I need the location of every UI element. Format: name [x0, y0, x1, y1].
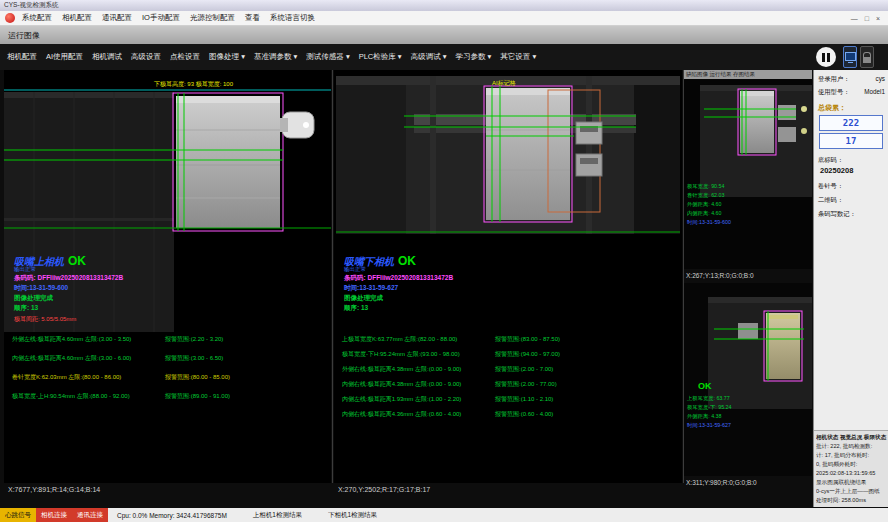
pause-icon	[827, 53, 830, 62]
menu-camera-config[interactable]: 相机配置	[62, 13, 92, 23]
total-count-display: 222	[819, 115, 883, 131]
process-status: 图像处理完成	[344, 294, 383, 303]
measurement-value: 内侧左线:极耳距离1.93mm 左限:(1.00 - 2.20)	[342, 396, 461, 402]
measurement-row: 极耳宽度-上H:90.54mm 左限:(88.00 - 92.00) 报警范围:…	[12, 392, 330, 402]
result-bottom-label: 下相机1检测结果	[328, 508, 377, 522]
result-ok-badge: OK	[68, 254, 86, 268]
alarm-range: 报警范围:(3.00 - 6.50)	[165, 354, 223, 363]
toolbar-spot-check[interactable]: 点检设置	[170, 52, 200, 62]
window-controls: — □ ×	[851, 15, 883, 22]
toolbar-baseline-params-menu[interactable]: 基准调参数 ▾	[254, 52, 297, 62]
barcode-text: 条码码: DFFliiw2025020813313472B	[14, 274, 123, 283]
toolbar-camera-debug[interactable]: 相机调试	[92, 52, 122, 62]
sequence-number: 顺序: 13	[344, 304, 368, 313]
side-panel: 登录用户： cys 使用型号： Model1 总袋累： 222 17 底标码： …	[813, 70, 888, 507]
thumb-measure-line: 卷针宽度: 62.03	[687, 192, 724, 199]
measurement-row: 内侧左线:极耳距离4.60mm 左限:(3.00 - 6.00) 报警范围:(3…	[12, 354, 330, 364]
alarm-range: 报警范围:(89.00 - 91.00)	[165, 392, 230, 401]
toolbar-camera-config[interactable]: 相机配置	[7, 52, 37, 62]
toolbar-plc-library-menu[interactable]: PLC检验库 ▾	[359, 52, 402, 62]
login-value: cys	[876, 75, 885, 84]
toolbar-learning-params-menu[interactable]: 学习参数 ▾	[455, 52, 491, 62]
stats-header: 相机状态 视觉总况 极限状态	[816, 433, 887, 442]
thumbnail-canvas-top	[684, 79, 812, 269]
measurement-value: 内侧左线:极耳距离4.60mm 左限:(3.00 - 6.00)	[12, 355, 131, 361]
alarm-range: 报警范围:(83.00 - 87.50)	[495, 335, 560, 344]
monitor-icon	[845, 52, 856, 61]
stats-line: 2025:02:08-13:31:59:65	[816, 469, 887, 478]
base-code-value: 20250208	[820, 166, 853, 175]
camera-connection-indicator: 相机连接	[36, 508, 72, 522]
alarm-range: 报警范围:(2.00 - 77.00)	[495, 380, 557, 389]
roi-label: AI标记格	[492, 79, 516, 88]
pixel-status-bottom: X:270,Y:2502;R:17;G:17;B:17	[338, 486, 430, 493]
barcode-write-label: 条码写数记：	[818, 210, 856, 219]
minimize-button[interactable]: —	[851, 15, 858, 22]
ok-count-display: 17	[819, 133, 883, 149]
close-button[interactable]: ×	[876, 15, 880, 22]
toolbar: 相机配置 AI使用配置 相机调试 高级设置 点检设置 图像处理 ▾ 基准调参数 …	[0, 44, 888, 70]
thumb-result-ok: OK	[698, 381, 712, 391]
tab-run-image[interactable]: 运行图像	[8, 30, 40, 41]
thumb-time-line: 时间:13-31-59-627	[687, 422, 731, 429]
measurement-value: 极耳宽度-上H:90.54mm 左限:(88.00 - 92.00)	[12, 393, 130, 399]
measurement-value: 卷针宽度K:62.03mm 左限:(80.00 - 86.00)	[12, 374, 121, 380]
measurement-value: 内侧右线:极耳距离4.38mm 左限:(0.00 - 9.00)	[342, 381, 461, 387]
measurement-value: 内侧右线:极耳距离4.36mm 左限:(0.60 - 4.00)	[342, 411, 461, 417]
thumbnail-view-top[interactable]: 极耳宽度: 90.54 卷针宽度: 62.03 外侧距离: 4.60 内侧距离:…	[684, 79, 812, 269]
thumbnail-view-bottom[interactable]: OK 上极耳宽度: 63.77 极耳宽度-下: 95.24 外侧距离: 4.38…	[684, 283, 812, 476]
toolbar-other-settings-menu[interactable]: 其它设置 ▾	[500, 52, 536, 62]
menu-view[interactable]: 查看	[245, 13, 260, 23]
pause-button[interactable]	[816, 47, 836, 67]
timestamp-text: 时间:13-31-59-627	[344, 284, 398, 293]
menu-io-manual-config[interactable]: IO手动配置	[142, 13, 180, 23]
stats-line: 批计: 222, 批码检测数:	[816, 442, 887, 451]
pause-icon	[822, 53, 825, 62]
toolbar-ai-config[interactable]: AI使用配置	[46, 52, 83, 62]
menu-system-config[interactable]: 系统配置	[22, 13, 52, 23]
window-title: CYS-视觉检测系统	[4, 1, 59, 10]
measurement-value: 外侧左线:极耳距离4.60mm 左限:(3.00 - 3.50)	[12, 336, 131, 342]
maximize-button[interactable]: □	[865, 15, 869, 22]
stats-line: 计: 17, 批码分布耗时:	[816, 451, 887, 460]
toolbar-advanced-debug-menu[interactable]: 高级调试 ▾	[411, 52, 447, 62]
thumb-measure-line: 极耳宽度-下: 95.24	[687, 404, 731, 411]
display-toggle-button[interactable]	[843, 46, 857, 68]
measurement-value: 极耳宽度-下H:95.24mm 左限:(93.00 - 98.00)	[342, 351, 460, 357]
total-bags-label: 总袋累：	[818, 103, 846, 113]
menu-light-control-config[interactable]: 光源控制配置	[190, 13, 235, 23]
model-select[interactable]: Model1	[864, 88, 885, 97]
output-status: 输出正常	[344, 266, 366, 273]
stats-line: 显示图属联机绕结果	[816, 478, 887, 487]
comm-connection-indicator: 通讯连接	[72, 508, 108, 522]
base-code-label: 底标码：	[818, 156, 843, 165]
model-label: 使用型号：	[818, 88, 849, 97]
thumb-pixel-status-bottom: X:311;Y:980;R:0;G:0;B:0	[686, 479, 757, 486]
toolbar-image-process-menu[interactable]: 图像处理 ▾	[209, 52, 245, 62]
stats-line: 0-cys一并上上层——图纸	[816, 487, 887, 496]
thumb-pixel-status-top: X:267;Y:13;R:0;G:0;B:0	[686, 272, 754, 279]
toolbar-sensor-test-menu[interactable]: 测试传感器 ▾	[306, 52, 349, 62]
lock-button[interactable]	[860, 46, 874, 68]
alarm-range: 报警范围:(94.00 - 97.00)	[495, 350, 560, 359]
process-status: 图像处理完成	[14, 294, 53, 303]
menu-comm-config[interactable]: 通讯配置	[102, 13, 132, 23]
tab-band: 运行图像	[0, 26, 888, 44]
measurement-row: 内侧右线:极耳距离4.36mm 左限:(0.60 - 4.00) 报警范围:(0…	[342, 410, 660, 420]
stats-line: 0, 批码额外耗时:	[816, 460, 887, 469]
login-label: 登录用户：	[818, 75, 849, 84]
barcode-text: 条码码: DFFliiw2025020813313472B	[344, 274, 453, 283]
timestamp-text: 时间:13-31-59-600	[14, 284, 68, 293]
camera-view-top[interactable]: 下极耳高度: 93 极耳宽度: 100 吸嘴上相机OK 输出正常 条码码: DF…	[4, 70, 331, 483]
model-row: 使用型号： Model1	[818, 88, 885, 97]
pixel-status-top: X:7677,Y:891;R:14;G:14;B:14	[8, 486, 100, 493]
roi-label: 下极耳高度: 93 极耳宽度: 100	[154, 80, 233, 89]
toolbar-advanced-settings[interactable]: 高级设置	[131, 52, 161, 62]
measurement-row: 内侧右线:极耳距离4.38mm 左限:(0.00 - 9.00) 报警范围:(2…	[342, 380, 660, 390]
sequence-number: 顺序: 13	[14, 304, 38, 313]
roll-pin-label: 卷针号：	[818, 182, 843, 191]
stats-panel: 相机状态 视觉总况 极限状态 批计: 222, 批码检测数: 计: 17, 批码…	[814, 430, 888, 507]
menu-language-switch[interactable]: 系统语言切换	[270, 13, 315, 23]
camera-view-bottom[interactable]: AI标记格 吸嘴下相机OK 输出正常 条码码: DFFliiw202502081…	[334, 70, 682, 483]
measurement-value: 外侧右线:极耳距离4.38mm 左限:(0.00 - 9.00)	[342, 366, 461, 372]
